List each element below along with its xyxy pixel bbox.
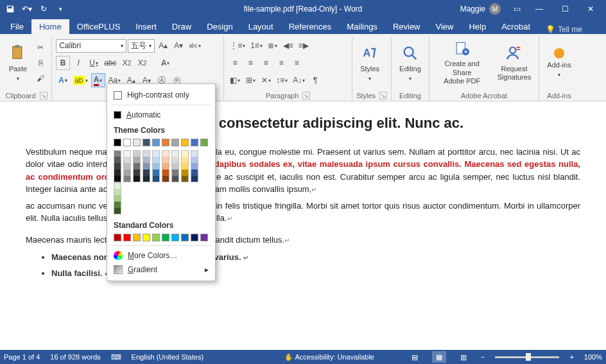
font-color-button[interactable]: A — [91, 73, 105, 87]
color-swatch[interactable] — [123, 169, 131, 176]
print-layout-icon[interactable]: ▦ — [432, 351, 446, 363]
borders-icon[interactable]: ⊞ — [243, 73, 257, 87]
zoom-level[interactable]: 100% — [584, 353, 602, 361]
zoom-slider[interactable] — [495, 356, 559, 358]
color-swatch[interactable] — [114, 202, 121, 208]
phonetic-guide-icon[interactable]: abc — [187, 39, 202, 53]
color-swatch[interactable] — [181, 176, 189, 182]
tab-draw[interactable]: Draw — [164, 19, 199, 34]
asian-layout-icon[interactable]: ✕ — [259, 73, 273, 87]
tab-view[interactable]: View — [428, 19, 462, 34]
accessibility-status[interactable]: ✋ Accessibility: Unavailable — [284, 353, 374, 361]
create-share-pdf-button[interactable]: Create and Share Adobe PDF — [433, 38, 491, 88]
color-swatch[interactable] — [114, 234, 121, 241]
spellcheck-icon[interactable]: ⌨ — [111, 353, 121, 361]
color-swatch[interactable] — [162, 234, 169, 241]
show-marks-icon[interactable]: ¶ — [308, 73, 322, 87]
color-swatch[interactable] — [114, 150, 121, 157]
paragraph-launcher[interactable]: ↘ — [302, 92, 310, 100]
styles-launcher[interactable]: ↘ — [379, 92, 387, 100]
color-swatch[interactable] — [200, 139, 208, 146]
tab-layout[interactable]: Layout — [241, 19, 281, 34]
color-swatch[interactable] — [152, 139, 160, 146]
color-swatch[interactable] — [162, 176, 169, 182]
color-swatch[interactable] — [133, 234, 141, 241]
color-swatch[interactable] — [133, 150, 141, 157]
color-swatch[interactable] — [191, 139, 198, 146]
language-status[interactable]: English (United States) — [132, 353, 204, 361]
numbering-icon[interactable]: 1≡ — [248, 39, 264, 53]
focus-mode-icon[interactable]: ▤ — [408, 351, 422, 363]
color-swatch[interactable] — [171, 176, 179, 182]
color-swatch[interactable] — [171, 150, 179, 157]
italic-button[interactable]: I — [71, 56, 85, 70]
qat-dropdown-icon[interactable]: ▾ — [53, 1, 68, 17]
color-swatch[interactable] — [181, 139, 189, 146]
text-effects-icon[interactable]: A — [56, 73, 70, 87]
color-swatch[interactable] — [162, 150, 169, 157]
tab-file[interactable]: File — [3, 19, 31, 34]
copy-icon[interactable]: ⎘ — [33, 56, 48, 70]
color-swatch[interactable] — [123, 163, 131, 169]
color-swatch[interactable] — [114, 195, 121, 202]
increase-indent-icon[interactable]: ≡▶ — [297, 39, 311, 53]
color-swatch[interactable] — [191, 150, 198, 157]
color-swatch[interactable] — [114, 189, 121, 195]
color-swatch[interactable] — [152, 176, 160, 182]
line-spacing-icon[interactable]: ↕≡ — [274, 73, 290, 87]
tab-acrobat[interactable]: Acrobat — [494, 19, 538, 34]
page-count[interactable]: Page 1 of 4 — [4, 353, 40, 361]
color-swatch[interactable] — [181, 150, 189, 157]
save-icon[interactable] — [3, 1, 18, 17]
color-swatch[interactable] — [152, 169, 160, 176]
tab-insert[interactable]: Insert — [128, 19, 164, 34]
more-colors-option[interactable]: More Colors… — [107, 248, 215, 263]
justify-icon[interactable]: ≡ — [274, 56, 288, 70]
tab-design[interactable]: Design — [199, 19, 240, 34]
color-swatch[interactable] — [171, 157, 179, 163]
tab-references[interactable]: References — [281, 19, 339, 34]
tab-officeplus[interactable]: OfficePLUS — [69, 19, 128, 34]
word-count[interactable]: 16 of 928 words — [50, 353, 100, 361]
color-swatch[interactable] — [114, 208, 121, 214]
color-swatch[interactable] — [123, 234, 131, 241]
color-swatch[interactable] — [181, 163, 189, 169]
color-swatch[interactable] — [143, 234, 150, 241]
color-swatch[interactable] — [133, 157, 141, 163]
color-swatch[interactable] — [114, 157, 121, 163]
web-layout-icon[interactable]: ▥ — [456, 351, 471, 363]
zoom-in-button[interactable]: + — [569, 353, 573, 361]
color-swatch[interactable] — [143, 150, 150, 157]
color-swatch[interactable] — [191, 157, 198, 163]
request-signatures-button[interactable]: Request Signatures — [494, 38, 535, 88]
color-swatch[interactable] — [143, 176, 150, 182]
ribbon-display-options-icon[interactable]: ▭ — [507, 4, 526, 13]
align-center-icon[interactable]: ≡ — [243, 56, 257, 70]
color-swatch[interactable] — [133, 169, 141, 176]
color-swatch[interactable] — [114, 163, 121, 169]
cut-icon[interactable]: ✂ — [33, 40, 48, 55]
font-size-combo[interactable]: 五号▾ — [128, 39, 155, 53]
color-swatch[interactable] — [191, 163, 198, 169]
color-swatch[interactable] — [133, 163, 141, 169]
color-swatch[interactable] — [133, 176, 141, 182]
tab-review[interactable]: Review — [385, 19, 428, 34]
undo-icon[interactable]: ↶▾ — [19, 1, 35, 17]
color-swatch[interactable] — [162, 169, 169, 176]
color-swatch[interactable] — [114, 182, 121, 189]
strikethrough-button[interactable]: abc — [102, 56, 118, 70]
color-swatch[interactable] — [191, 169, 198, 176]
automatic-color-option[interactable]: AAutomaticutomatic — [107, 108, 215, 122]
color-swatch[interactable] — [181, 169, 189, 176]
tab-mailings[interactable]: Mailings — [339, 19, 385, 34]
color-swatch[interactable] — [114, 169, 121, 176]
styles-button[interactable]: A Styles▾ — [356, 38, 383, 88]
color-swatch[interactable] — [143, 163, 150, 169]
shading-icon[interactable]: ◧ — [228, 73, 242, 87]
color-swatch[interactable] — [152, 157, 160, 163]
color-swatch[interactable] — [162, 139, 169, 146]
color-swatch[interactable] — [171, 234, 179, 241]
bold-button[interactable]: B — [56, 56, 70, 70]
highlight-icon[interactable]: ab — [71, 73, 89, 87]
distribute-icon[interactable]: ≡ — [290, 56, 304, 70]
